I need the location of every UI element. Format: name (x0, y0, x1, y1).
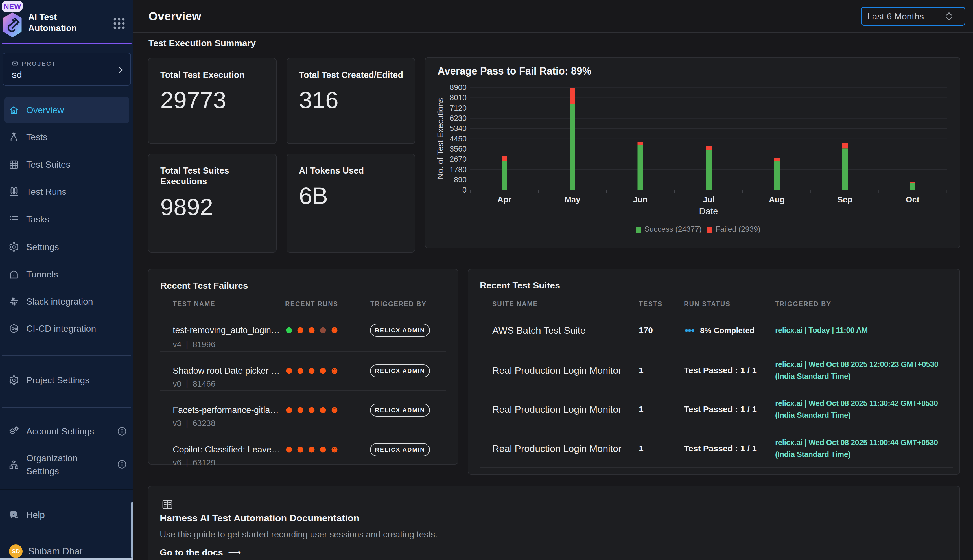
svg-text:No. of Test Executions: No. of Test Executions (436, 98, 445, 179)
svg-text:0: 0 (462, 186, 467, 194)
svg-text:5340: 5340 (450, 124, 467, 133)
svg-text:Sep: Sep (837, 195, 852, 204)
svg-text:Jul: Jul (703, 195, 715, 204)
svg-text:1780: 1780 (450, 165, 467, 174)
svg-text:7120: 7120 (450, 104, 467, 112)
svg-text:?: ? (12, 512, 15, 516)
svg-text:Success (24377): Success (24377) (645, 225, 702, 233)
svg-text:8900: 8900 (450, 83, 467, 92)
svg-text:6230: 6230 (450, 114, 467, 122)
svg-text:Average Pass to Fail Ratio: 89: Average Pass to Fail Ratio: 89% (438, 65, 591, 77)
svg-text:3560: 3560 (450, 145, 467, 153)
svg-text:Jun: Jun (633, 195, 648, 204)
svg-text:Date: Date (699, 206, 718, 216)
svg-text:Apr: Apr (497, 195, 511, 204)
svg-text:890: 890 (454, 175, 467, 184)
svg-text:4450: 4450 (450, 135, 467, 143)
svg-text:Failed (2939): Failed (2939) (716, 225, 760, 233)
svg-text:Aug: Aug (769, 195, 785, 204)
svg-text:Oct: Oct (906, 195, 920, 204)
svg-text:2670: 2670 (450, 155, 467, 163)
svg-text:May: May (565, 195, 580, 204)
svg-text:8010: 8010 (450, 93, 467, 102)
